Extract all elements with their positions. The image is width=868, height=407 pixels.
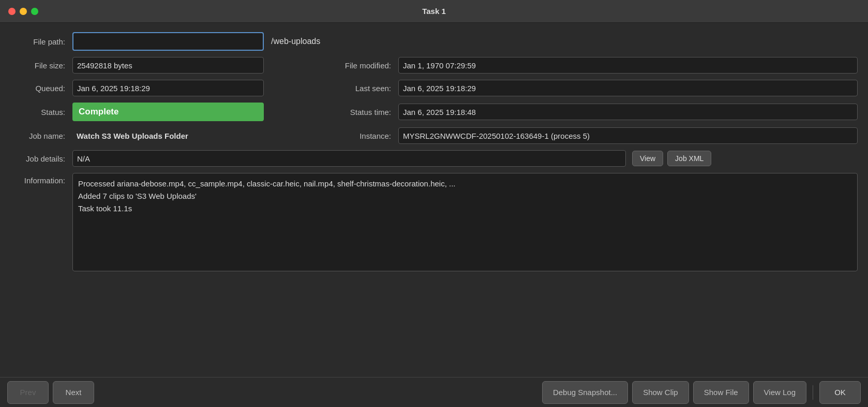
file-path-input[interactable] — [72, 32, 264, 51]
file-path-label: File path: — [10, 37, 72, 46]
queued-col: Queued: Jan 6, 2025 19:18:29 — [10, 80, 321, 96]
last-seen-col: Last seen: Jan 6, 2025 19:18:29 — [321, 80, 858, 96]
title-bar: Task 1 — [0, 0, 868, 23]
file-size-label: File size: — [10, 61, 72, 70]
information-textarea[interactable] — [72, 173, 858, 271]
file-path-row: File path: /web-uploads — [10, 32, 858, 51]
status-time-value: Jan 6, 2025 19:18:48 — [398, 104, 858, 120]
bottom-toolbar: Prev Next Debug Snapshot... Show Clip Sh… — [0, 377, 868, 407]
status-time-col: Status time: Jan 6, 2025 19:18:48 — [321, 104, 858, 120]
status-badge: Complete — [72, 103, 264, 121]
main-content: File path: /web-uploads File size: 25492… — [0, 23, 868, 377]
queued-value: Jan 6, 2025 19:18:29 — [72, 80, 264, 96]
job-details-label: Job details: — [10, 154, 72, 163]
show-file-button[interactable]: Show File — [693, 381, 749, 404]
file-path-directory: /web-uploads — [271, 37, 320, 46]
queued-label: Queued: — [10, 84, 72, 93]
instance-value: MYSRL2GNWWCDF-20250102-163649-1 (process… — [398, 127, 858, 144]
job-details-buttons: View Job XML — [632, 151, 711, 166]
maximize-button[interactable] — [31, 8, 38, 15]
view-button[interactable]: View — [632, 151, 663, 166]
last-seen-value: Jan 6, 2025 19:18:29 — [398, 80, 858, 96]
job-details-row: Job details: N/A View Job XML — [10, 150, 858, 167]
debug-snapshot-button[interactable]: Debug Snapshot... — [542, 381, 628, 404]
window-controls — [8, 8, 38, 15]
view-log-button[interactable]: View Log — [753, 381, 806, 404]
file-size-row: File size: 25492818 bytes File modified:… — [10, 57, 858, 74]
job-details-value: N/A — [72, 150, 626, 167]
show-clip-button[interactable]: Show Clip — [632, 381, 689, 404]
information-row: Information: — [10, 173, 858, 271]
minimize-button[interactable] — [20, 8, 27, 15]
file-size-col: File size: 25492818 bytes — [10, 57, 321, 74]
status-label: Status: — [10, 108, 72, 117]
next-button[interactable]: Next — [53, 381, 94, 404]
job-name-col: Job name: Watch S3 Web Uploads Folder — [10, 127, 321, 144]
job-name-row: Job name: Watch S3 Web Uploads Folder In… — [10, 127, 858, 144]
file-size-value: 25492818 bytes — [72, 57, 264, 74]
queued-row: Queued: Jan 6, 2025 19:18:29 Last seen: … — [10, 80, 858, 96]
file-modified-value: Jan 1, 1970 07:29:59 — [398, 57, 858, 74]
close-button[interactable] — [8, 8, 16, 15]
file-modified-col: File modified: Jan 1, 1970 07:29:59 — [321, 57, 858, 74]
toolbar-divider — [813, 385, 813, 400]
instance-label: Instance: — [321, 132, 398, 140]
information-label: Information: — [10, 173, 72, 185]
job-xml-button[interactable]: Job XML — [667, 151, 711, 166]
file-modified-label: File modified: — [321, 61, 398, 70]
instance-col: Instance: MYSRL2GNWWCDF-20250102-163649-… — [321, 127, 858, 144]
window-title: Task 1 — [422, 7, 446, 16]
last-seen-label: Last seen: — [321, 84, 398, 93]
prev-button[interactable]: Prev — [7, 381, 49, 404]
ok-button[interactable]: OK — [819, 381, 861, 404]
job-name-value: Watch S3 Web Uploads Folder — [72, 127, 192, 144]
status-time-label: Status time: — [321, 108, 398, 117]
job-name-label: Job name: — [10, 132, 72, 140]
status-row: Status: Complete Status time: Jan 6, 202… — [10, 103, 858, 121]
status-col: Status: Complete — [10, 103, 321, 121]
